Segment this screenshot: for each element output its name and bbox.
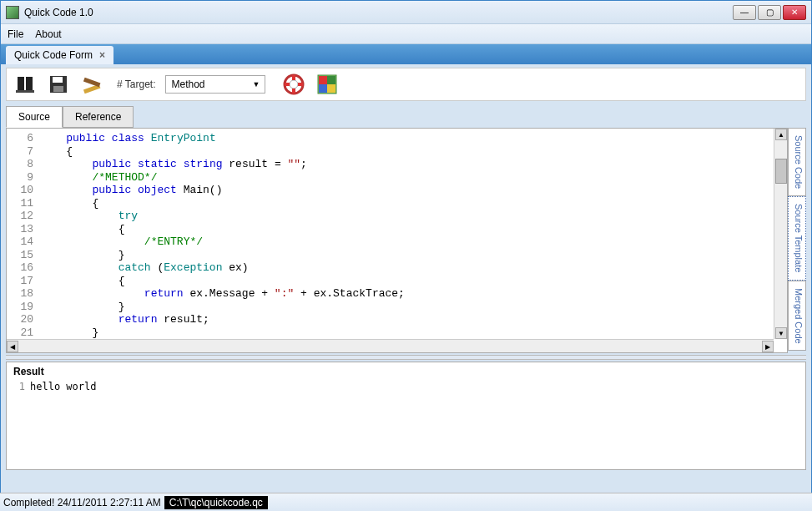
line-number: 14 xyxy=(7,235,40,249)
code-text: } xyxy=(40,326,98,340)
svg-rect-5 xyxy=(53,86,63,92)
code-line: 15 } xyxy=(7,249,787,262)
code-line: 20 return result; xyxy=(7,313,787,326)
line-number: 17 xyxy=(7,275,40,288)
titlebar: Quick Code 1.0 — ▢ ✕ xyxy=(1,1,811,24)
line-number: 7 xyxy=(7,145,40,159)
code-line: 8 public static string result = ""; xyxy=(7,158,787,171)
doc-tab-label: Quick Code Form xyxy=(14,49,93,61)
document-tabstrip: Quick Code Form × xyxy=(1,44,811,64)
line-number: 8 xyxy=(7,158,40,171)
svg-point-9 xyxy=(290,80,298,89)
code-text: public static string result = ""; xyxy=(40,158,307,171)
menubar: File About xyxy=(1,24,811,44)
code-line: 17 { xyxy=(7,275,787,288)
scroll-down-arrow-icon[interactable]: ▼ xyxy=(775,327,787,339)
code-line: 14 /*ENTRY*/ xyxy=(7,235,787,249)
code-text: /*ENTRY*/ xyxy=(40,235,203,249)
line-number: 11 xyxy=(7,197,40,210)
code-text: public class EntryPoint xyxy=(40,132,216,145)
code-line: 13 { xyxy=(7,223,787,236)
statusbar: Completed! 24/11/2011 2:27:11 AM C:\T\qc… xyxy=(0,493,812,511)
code-text: { xyxy=(40,275,124,288)
lifebuoy-button[interactable] xyxy=(282,73,305,96)
target-dropdown[interactable]: Method ▼ xyxy=(165,75,265,94)
save-icon xyxy=(48,74,68,94)
line-number: 19 xyxy=(7,301,40,314)
window-title: Quick Code 1.0 xyxy=(24,7,93,18)
target-label: # Target: xyxy=(117,78,155,90)
result-panel: Result 1hello world xyxy=(6,362,806,470)
code-line: 16 catch (Exception ex) xyxy=(7,261,787,275)
scroll-up-arrow-icon[interactable]: ▲ xyxy=(775,129,787,140)
close-icon[interactable]: × xyxy=(99,49,105,61)
code-text: } xyxy=(40,249,124,262)
run-button[interactable] xyxy=(315,73,339,96)
app-icon xyxy=(6,6,19,19)
line-number: 12 xyxy=(7,210,40,223)
scroll-right-arrow-icon[interactable]: ▶ xyxy=(762,341,774,352)
status-path: C:\T\qc\quickcode.qc xyxy=(164,496,268,509)
svg-rect-4 xyxy=(53,77,63,83)
scroll-thumb[interactable] xyxy=(775,159,787,184)
sidetab-source-code[interactable]: Source Code xyxy=(788,128,806,196)
svg-rect-2 xyxy=(16,90,34,93)
code-text: try xyxy=(40,210,138,223)
line-number: 18 xyxy=(7,287,40,301)
maximize-button[interactable]: ▢ xyxy=(758,5,781,20)
open-button[interactable] xyxy=(13,73,37,96)
sidetab-source-template[interactable]: Source Template xyxy=(788,196,806,280)
line-number: 16 xyxy=(7,261,40,275)
code-line: 10 public object Main() xyxy=(7,184,787,197)
line-number: 21 xyxy=(7,326,40,340)
save-button[interactable] xyxy=(47,73,70,96)
editor-tabs: Source Reference xyxy=(6,106,806,128)
tab-source[interactable]: Source xyxy=(6,106,63,128)
line-number: 10 xyxy=(7,184,40,197)
code-text: /*METHOD*/ xyxy=(40,171,157,185)
tab-reference[interactable]: Reference xyxy=(63,106,134,128)
target-selected: Method xyxy=(171,78,204,90)
line-number: 13 xyxy=(7,223,40,236)
svg-rect-13 xyxy=(319,84,327,93)
line-number: 20 xyxy=(7,313,40,326)
code-editor[interactable]: 6 public class EntryPoint7 {8 public sta… xyxy=(6,128,788,353)
result-title: Result xyxy=(13,366,799,377)
code-text: { xyxy=(40,223,124,236)
code-text: catch (Exception ex) xyxy=(40,261,249,275)
splitter[interactable] xyxy=(6,355,806,360)
result-line-text: hello world xyxy=(30,381,96,392)
code-text: { xyxy=(40,197,98,210)
doc-tab-quickcodeform[interactable]: Quick Code Form × xyxy=(6,46,113,64)
line-number: 15 xyxy=(7,249,40,262)
result-line: 1hello world xyxy=(13,381,799,392)
svg-rect-11 xyxy=(319,76,327,84)
vertical-scrollbar[interactable]: ▲ ▼ xyxy=(774,129,787,339)
svg-rect-1 xyxy=(26,77,33,92)
line-number: 6 xyxy=(7,132,40,145)
code-text: } xyxy=(40,301,124,314)
close-button[interactable]: ✕ xyxy=(783,5,806,20)
status-message: Completed! 24/11/2011 2:27:11 AM xyxy=(3,497,161,508)
code-text: { xyxy=(40,145,73,159)
code-line: 6 public class EntryPoint xyxy=(7,132,787,145)
code-line: 12 try xyxy=(7,210,787,223)
menu-about[interactable]: About xyxy=(35,28,61,40)
svg-rect-12 xyxy=(327,76,335,84)
menu-file[interactable]: File xyxy=(8,28,23,40)
scroll-left-arrow-icon[interactable]: ◀ xyxy=(7,341,18,352)
edit-button[interactable] xyxy=(80,73,103,96)
pencil-ruler-icon xyxy=(81,73,103,95)
code-line: 19 } xyxy=(7,301,787,314)
toolbar: # Target: Method ▼ xyxy=(6,68,806,101)
svg-rect-14 xyxy=(327,84,335,93)
sidetab-merged-code[interactable]: Merged Code xyxy=(788,281,806,352)
lifebuoy-icon xyxy=(283,73,305,95)
line-number: 9 xyxy=(7,171,40,185)
horizontal-scrollbar[interactable]: ◀ ▶ xyxy=(7,339,774,352)
folder-icon xyxy=(14,73,36,95)
result-line-number: 1 xyxy=(13,381,25,392)
chevron-down-icon: ▼ xyxy=(253,80,260,89)
code-text: public object Main() xyxy=(40,184,222,197)
minimize-button[interactable]: — xyxy=(733,5,756,20)
